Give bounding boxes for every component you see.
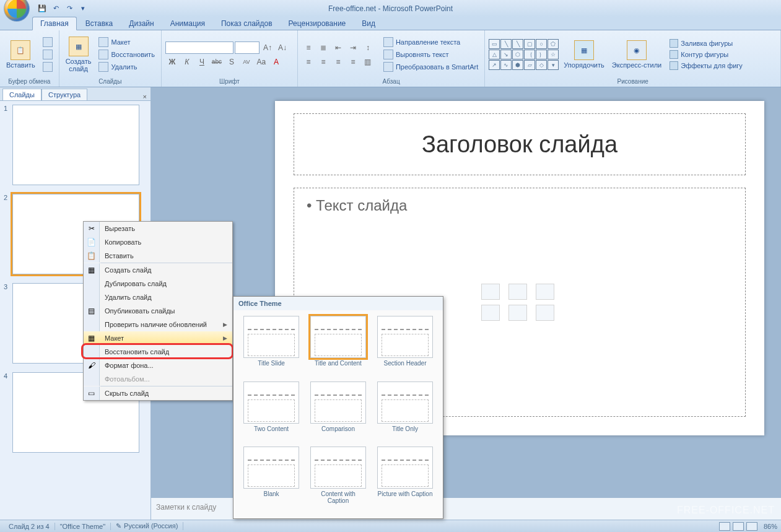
flyout-header: Office Theme [233,297,443,310]
context-menu-item[interactable]: 📄Копировать [84,235,232,249]
insert-smartart-icon[interactable] [536,284,554,300]
cut-button[interactable] [40,37,55,48]
shapes-gallery[interactable]: ▭╲╲▢○⬠ △↘⬡｛｝☆ ↗∿⬢▱◇▾ [489,39,559,70]
shadow-button[interactable]: S [225,56,238,68]
save-icon[interactable]: 💾 [36,2,48,15]
context-menu-item[interactable]: 🖌Формат фона... [84,359,232,372]
layout-option[interactable]: Blank [240,445,303,513]
layout-option[interactable]: Title and Content [307,314,370,376]
new-slide-button[interactable]: ▦ Создать слайд [63,35,94,74]
ribbon-tabs: Главная Вставка Дизайн Анимация Показ сл… [0,17,781,30]
sorter-view-button[interactable] [733,522,744,531]
tab-view[interactable]: Вид [354,17,383,30]
context-menu-item[interactable]: Фотоальбом... [84,372,232,386]
bullets-button[interactable]: ≡ [302,41,315,54]
indent-inc-button[interactable]: ⇥ [346,41,360,54]
delete-button[interactable]: Удалить [96,61,157,72]
normal-view-button[interactable] [719,522,730,531]
qat-dropdown-icon[interactable]: ▾ [77,2,89,15]
align-right-button[interactable]: ≡ [331,56,345,68]
align-text-button[interactable]: Выровнять текст [381,49,481,60]
tab-animation[interactable]: Анимация [163,17,212,30]
quick-styles-button[interactable]: ◉ Экспресс-стили [609,39,664,70]
insert-chart-icon[interactable] [508,284,527,300]
tab-review[interactable]: Рецензирование [281,17,354,30]
panel-tab-slides[interactable]: Слайды [2,89,41,100]
menu-item-icon [84,290,100,304]
layout-option[interactable]: Title Only [373,380,437,442]
font-color-button[interactable]: A [269,56,283,68]
insert-clipart-icon[interactable] [508,305,527,321]
shape-outline-button[interactable]: Контур фигуры [669,50,743,59]
slideshow-view-button[interactable] [746,522,757,531]
menu-item-label: Дублировать слайд [100,280,232,287]
panel-tab-outline[interactable]: Структура [41,89,87,100]
line-spacing-button[interactable]: ↕ [361,41,375,54]
bold-button[interactable]: Ж [165,56,179,68]
menu-item-label: Вырезать [100,225,232,232]
layout-option[interactable]: Picture with Caption [373,445,437,513]
numbering-button[interactable]: ≣ [316,41,330,54]
context-menu-item[interactable]: Дублировать слайд [84,277,232,290]
strike-button[interactable]: abc [210,56,224,68]
layout-option[interactable]: Section Header [373,314,437,376]
layout-option[interactable]: Two Content [240,380,303,442]
slide-thumb-1[interactable] [12,105,139,185]
shape-fill-button[interactable]: Заливка фигуры [669,38,743,48]
status-language[interactable]: ✎Русский (Россия) [111,522,183,530]
context-menu-item[interactable]: ✂Вырезать [84,222,232,235]
panel-close-icon[interactable]: × [143,93,147,100]
context-menu-item[interactable]: Удалить слайд [84,290,232,304]
context-menu-item[interactable]: Проверить наличие обновлений▶ [84,318,232,331]
shrink-font-button[interactable]: A↓ [276,41,289,54]
context-menu-item[interactable]: ▤Опубликовать слайды [84,304,232,318]
italic-button[interactable]: К [180,56,194,68]
slide-context-menu: ✂Вырезать📄Копировать📋Вставить▦Создать сл… [83,221,233,401]
insert-table-icon[interactable] [481,284,500,300]
insert-picture-icon[interactable] [481,305,500,321]
undo-icon[interactable]: ↶ [50,2,62,15]
menu-item-label: Восстановить слайд [100,348,232,355]
slide-title-placeholder[interactable]: Заголовок слайда [294,113,746,175]
spacing-button[interactable]: AV [240,56,253,68]
underline-button[interactable]: Ч [195,56,209,68]
menu-item-icon: ▤ [84,304,100,318]
context-menu-item[interactable]: ▦Макет▶ [84,331,232,345]
arrange-button[interactable]: ▦ Упорядочить [561,39,606,70]
layout-option[interactable]: Comparison [307,380,370,442]
tab-home[interactable]: Главная [32,17,77,30]
case-button[interactable]: Aa [255,56,268,68]
shape-effects-button[interactable]: Эффекты для фигу [669,61,743,71]
align-center-button[interactable]: ≡ [316,56,330,68]
format-painter-button[interactable] [40,61,55,72]
group-paragraph: ≡ ≣ ⇤ ⇥ ↕ ≡ ≡ ≡ ≡ ▥ Направление текста В… [298,30,485,87]
context-menu-item[interactable]: ▦Создать слайд [84,263,232,277]
convert-smartart-button[interactable]: Преобразовать в SmartArt [381,61,481,72]
copy-button[interactable] [40,49,55,60]
thumb-num: 1 [4,105,12,185]
font-family-select[interactable] [165,41,233,54]
layout-thumb [243,447,299,489]
columns-button[interactable]: ▥ [361,56,375,68]
context-menu-item[interactable]: Восстановить слайд [84,345,232,359]
layout-button[interactable]: Макет [96,37,157,48]
context-menu-item[interactable]: 📋Вставить [84,249,232,263]
context-menu-item[interactable]: ▭Скрыть слайд [84,386,232,400]
insert-media-icon[interactable] [536,305,554,321]
tab-design[interactable]: Дизайн [121,17,161,30]
text-direction-button[interactable]: Направление текста [381,37,481,48]
paste-button[interactable]: 📋 Вставить [4,39,38,70]
layout-option[interactable]: Content with Caption [307,445,370,513]
layout-option[interactable]: Title Slide [240,314,303,376]
font-size-select[interactable] [235,41,260,54]
justify-button[interactable]: ≡ [346,56,360,68]
align-left-button[interactable]: ≡ [302,56,315,68]
redo-icon[interactable]: ↷ [63,2,76,15]
tab-slideshow[interactable]: Показ слайдов [214,17,280,30]
layout-option-label: Two Content [254,425,289,432]
content-placeholder-icons[interactable] [481,284,558,321]
tab-insert[interactable]: Вставка [78,17,121,30]
reset-button[interactable]: Восстановить [96,49,157,60]
grow-font-button[interactable]: A↑ [261,41,274,54]
indent-dec-button[interactable]: ⇤ [331,41,345,54]
